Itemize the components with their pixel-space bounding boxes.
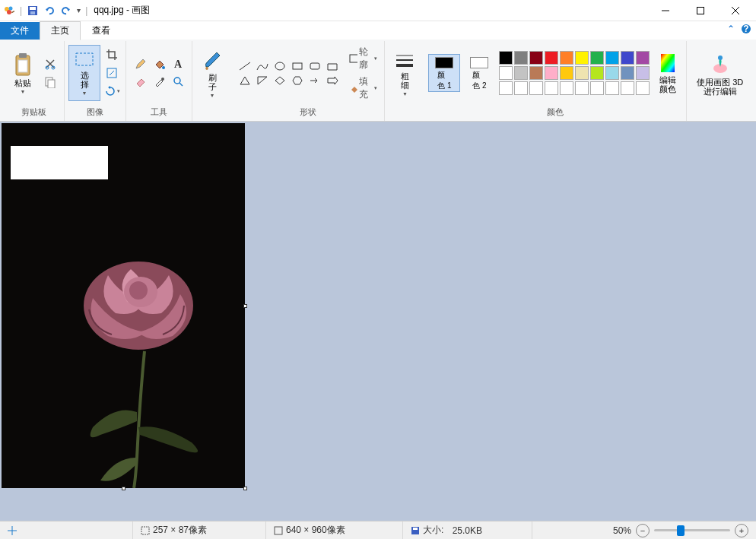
zoom-slider[interactable] — [654, 529, 730, 531]
picker-tool[interactable] — [150, 74, 168, 90]
close-button[interactable] — [718, 0, 753, 21]
color-swatch[interactable] — [545, 81, 558, 95]
color-swatch[interactable] — [529, 66, 543, 80]
group-brush: 刷 子▼ — [192, 41, 232, 121]
eraser-icon — [135, 76, 146, 87]
help-icon[interactable]: ? — [741, 24, 751, 34]
color-swatch[interactable] — [499, 51, 513, 65]
color-swatch[interactable] — [560, 66, 573, 80]
tab-file[interactable]: 文件 — [0, 22, 40, 40]
fill-tool[interactable] — [150, 56, 168, 73]
ribbon: 粘贴▼ 剪贴板 选 择▼ ▾ 图像 — [0, 40, 756, 122]
resize-handle-e[interactable] — [243, 304, 247, 308]
svg-point-24 — [174, 78, 180, 84]
color-swatch[interactable] — [514, 81, 528, 95]
color-swatch[interactable] — [590, 51, 604, 65]
color-swatch[interactable] — [514, 51, 528, 65]
color-swatch[interactable] — [621, 66, 634, 80]
text-tool[interactable]: A — [169, 56, 187, 73]
paint3d-icon — [710, 53, 730, 76]
shape-outline-button[interactable]: 轮廓▾ — [347, 45, 380, 72]
collapse-ribbon-icon[interactable]: ⌃ — [727, 24, 735, 34]
color-swatch[interactable] — [529, 81, 543, 95]
svg-rect-15 — [18, 60, 27, 72]
paste-icon — [13, 52, 33, 77]
color-swatch[interactable] — [621, 51, 634, 65]
cut-button[interactable] — [41, 55, 59, 72]
group-label-clipboard: 剪贴板 — [21, 105, 46, 121]
color-swatch[interactable] — [499, 81, 513, 95]
group-label-paint3d — [719, 107, 721, 121]
crop-button[interactable] — [103, 46, 121, 63]
color-swatch[interactable] — [636, 81, 650, 95]
color-swatch[interactable] — [636, 51, 650, 65]
svg-rect-19 — [48, 80, 55, 88]
status-selection: 257 × 87像素 — [133, 522, 266, 539]
paste-button[interactable]: 粘贴▼ — [8, 46, 38, 100]
selection-overlay[interactable] — [11, 146, 108, 179]
shapes-gallery[interactable] — [237, 59, 341, 87]
select-button[interactable]: 选 择▼ — [69, 46, 100, 100]
svg-line-26 — [240, 62, 250, 70]
color-swatch[interactable] — [560, 51, 573, 65]
tab-home[interactable]: 主页 — [40, 21, 81, 40]
save-icon[interactable] — [27, 5, 39, 17]
color-palette[interactable] — [499, 51, 650, 95]
color-swatch[interactable] — [545, 66, 558, 80]
color-swatch[interactable] — [605, 81, 619, 95]
color-swatch[interactable] — [529, 51, 543, 65]
eraser-tool[interactable] — [131, 74, 149, 90]
title-bar: | ▾ | qqq.jpg - 画图 — [0, 0, 756, 21]
group-tools: A 工具 — [126, 41, 192, 121]
redo-icon[interactable] — [60, 5, 72, 17]
tab-view[interactable]: 查看 — [81, 21, 122, 40]
zoom-out-button[interactable]: − — [636, 524, 650, 537]
color-swatch[interactable] — [514, 66, 528, 80]
resize-handle-se[interactable] — [243, 487, 247, 490]
color1-button[interactable]: 颜 色 1 — [429, 55, 459, 91]
color-swatch[interactable] — [575, 51, 589, 65]
color-swatch[interactable] — [590, 66, 604, 80]
svg-rect-3 — [11, 11, 14, 13]
color-swatch[interactable] — [560, 81, 573, 95]
brush-icon — [202, 50, 223, 71]
status-bar: 257 × 87像素 640 × 960像素 大小: 25.0KB 50% − … — [0, 521, 756, 539]
canvas-image[interactable] — [2, 123, 245, 488]
canvas-workspace[interactable] — [0, 122, 756, 521]
resize-icon — [106, 67, 118, 79]
zoom-tool[interactable] — [169, 74, 187, 90]
size-button[interactable]: 粗 细▼ — [389, 47, 420, 102]
shape-fill-button[interactable]: 填充▾ — [347, 75, 380, 102]
color-swatch[interactable] — [636, 66, 650, 80]
color-swatch[interactable] — [621, 81, 634, 95]
copy-button[interactable] — [41, 74, 59, 90]
bucket-icon — [154, 59, 165, 70]
brush-button[interactable]: 刷 子▼ — [197, 47, 227, 102]
color-swatch[interactable] — [545, 51, 558, 65]
window-title: qqq.jpg - 画图 — [94, 4, 150, 17]
color-swatch[interactable] — [605, 66, 619, 80]
undo-icon[interactable] — [43, 5, 56, 17]
qat-customize-icon[interactable]: ▾ — [77, 6, 81, 14]
color-swatch[interactable] — [575, 66, 589, 80]
edit-colors-button[interactable]: 编辑 颜色 — [654, 46, 681, 100]
zoom-in-button[interactable]: + — [735, 524, 748, 537]
pencil-tool[interactable] — [131, 56, 149, 73]
svg-line-25 — [179, 83, 183, 86]
paint3d-button[interactable]: 使用画图 3D 进行编辑 — [691, 47, 748, 102]
maximize-button[interactable] — [683, 0, 718, 21]
zoom-control: 50% − + — [605, 524, 756, 537]
resize-button[interactable] — [103, 65, 121, 81]
rotate-button[interactable]: ▾ — [103, 83, 121, 100]
crosshair-icon — [8, 526, 17, 535]
minimize-button[interactable] — [648, 0, 683, 21]
qat-separator: | — [20, 5, 22, 16]
color-swatch[interactable] — [575, 81, 589, 95]
color-swatch[interactable] — [605, 51, 619, 65]
color-swatch[interactable] — [499, 66, 513, 80]
color-swatch[interactable] — [590, 81, 604, 95]
svg-rect-28 — [293, 63, 302, 69]
color2-button[interactable]: 颜 色 2 — [464, 55, 494, 91]
resize-handle-s[interactable] — [122, 487, 125, 490]
zoom-value: 50% — [613, 525, 631, 536]
